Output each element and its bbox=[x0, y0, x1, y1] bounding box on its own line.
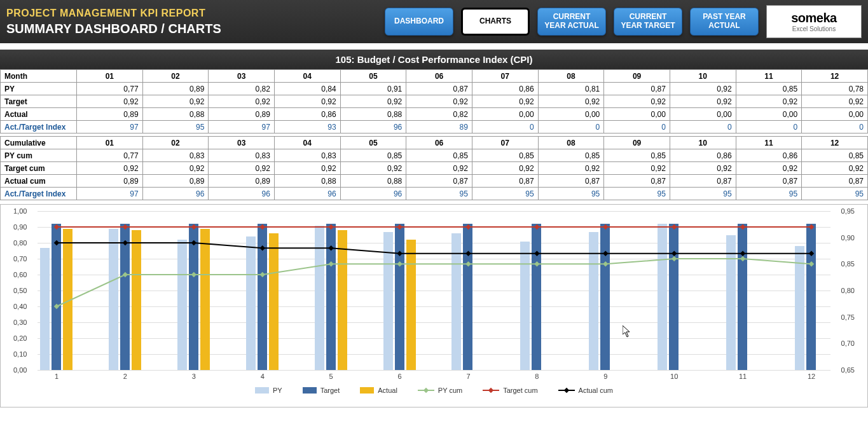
svg-rect-22 bbox=[740, 224, 745, 229]
svg-rect-33 bbox=[672, 250, 677, 256]
svg-rect-31 bbox=[534, 250, 539, 256]
legend-actual-cum: Actual cum bbox=[579, 387, 613, 394]
svg-rect-29 bbox=[397, 250, 402, 256]
svg-rect-32 bbox=[603, 250, 608, 256]
svg-rect-7 bbox=[534, 261, 539, 266]
line-actual-cum bbox=[57, 243, 811, 254]
x-tick: 3 bbox=[192, 373, 196, 380]
table-row: Actual cum0,890,890,890,880,880,870,870,… bbox=[1, 175, 868, 188]
svg-rect-2 bbox=[191, 272, 196, 277]
logo: someka Excel Solutions bbox=[766, 5, 862, 38]
svg-rect-8 bbox=[603, 261, 608, 266]
legend-target: Target bbox=[320, 387, 340, 394]
x-tick: 6 bbox=[397, 373, 401, 380]
svg-rect-12 bbox=[54, 224, 59, 229]
table-row: Target0,920,920,920,920,920,920,920,920,… bbox=[1, 95, 868, 108]
svg-rect-4 bbox=[328, 261, 333, 266]
x-tick: 1 bbox=[55, 373, 59, 380]
x-tick: 7 bbox=[466, 373, 470, 380]
kpi-banner: 105: Budget / Cost Performance Index (CP… bbox=[0, 50, 868, 69]
svg-rect-18 bbox=[465, 224, 471, 229]
svg-rect-16 bbox=[328, 224, 333, 229]
report-title: PROJECT MANAGEMENT KPI REPORT bbox=[6, 8, 221, 19]
svg-rect-30 bbox=[465, 250, 471, 256]
table-row: Actual0,890,880,890,860,880,820,000,000,… bbox=[1, 108, 868, 121]
svg-rect-26 bbox=[191, 240, 196, 245]
header: PROJECT MANAGEMENT KPI REPORT SUMMARY DA… bbox=[0, 0, 868, 43]
svg-rect-10 bbox=[740, 256, 745, 261]
legend-py: PY bbox=[273, 387, 282, 394]
table-row: PY cum0,770,830,830,830,850,850,850,850,… bbox=[1, 149, 868, 162]
svg-rect-13 bbox=[123, 224, 128, 229]
svg-rect-15 bbox=[259, 224, 265, 229]
svg-rect-28 bbox=[328, 245, 333, 250]
py-actual-button[interactable]: PAST YEAR ACTUAL bbox=[690, 8, 759, 36]
svg-rect-11 bbox=[809, 261, 814, 266]
chart-legend: PY Target Actual PY cum Target cum Actua… bbox=[12, 387, 856, 394]
table-row: Act./Target Index979597939689000000 bbox=[1, 121, 868, 134]
svg-rect-21 bbox=[672, 224, 677, 229]
x-tick: 4 bbox=[261, 373, 265, 380]
svg-rect-6 bbox=[465, 261, 471, 266]
cy-target-button[interactable]: CURRENT YEAR TARGET bbox=[614, 8, 682, 36]
page-subtitle: SUMMARY DASHBOARD / CHARTS bbox=[6, 22, 221, 36]
svg-rect-27 bbox=[259, 245, 265, 250]
cumulative-table: Cumulative010203040506070809101112 PY cu… bbox=[0, 136, 868, 200]
monthly-table: Month010203040506070809101112 PY0,770,89… bbox=[0, 69, 868, 134]
logo-text: someka bbox=[791, 11, 837, 25]
x-tick: 8 bbox=[535, 373, 539, 380]
nav-buttons: DASHBOARD CHARTS CURRENT YEAR ACTUAL CUR… bbox=[385, 8, 759, 36]
logo-subtext: Excel Solutions bbox=[792, 25, 836, 32]
svg-rect-19 bbox=[534, 224, 539, 229]
svg-rect-9 bbox=[672, 256, 677, 261]
table-row: PY0,770,890,820,840,910,870,860,810,870,… bbox=[1, 83, 868, 95]
svg-rect-35 bbox=[809, 250, 814, 256]
svg-rect-3 bbox=[259, 272, 265, 277]
svg-rect-0 bbox=[54, 304, 59, 309]
legend-actual: Actual bbox=[378, 387, 397, 394]
svg-rect-20 bbox=[603, 224, 608, 229]
svg-rect-23 bbox=[809, 224, 814, 229]
charts-button[interactable]: CHARTS bbox=[461, 8, 530, 36]
x-tick: 2 bbox=[123, 373, 127, 380]
legend-py-cum: PY cum bbox=[438, 387, 462, 394]
svg-rect-34 bbox=[740, 250, 745, 256]
x-tick: 10 bbox=[670, 373, 678, 380]
legend-target-cum: Target cum bbox=[503, 387, 537, 394]
x-tick: 9 bbox=[603, 373, 607, 380]
svg-rect-17 bbox=[397, 224, 402, 229]
svg-rect-5 bbox=[397, 261, 402, 266]
x-tick: 11 bbox=[739, 373, 747, 380]
table-row: Act./Target Index97969696969595959595959… bbox=[1, 188, 868, 200]
dashboard-button[interactable]: DASHBOARD bbox=[385, 8, 453, 36]
svg-rect-24 bbox=[54, 240, 59, 245]
svg-rect-25 bbox=[123, 240, 128, 245]
line-py-cum bbox=[57, 259, 811, 306]
cy-actual-button[interactable]: CURRENT YEAR ACTUAL bbox=[537, 8, 606, 36]
svg-rect-14 bbox=[191, 224, 196, 229]
x-tick: 5 bbox=[329, 373, 333, 380]
chart-area: 0,000,100,200,300,400,500,600,700,800,90… bbox=[0, 204, 868, 407]
svg-rect-1 bbox=[123, 272, 128, 277]
table-row: Target cum0,920,920,920,920,920,920,920,… bbox=[1, 162, 868, 175]
x-tick: 12 bbox=[808, 373, 815, 380]
